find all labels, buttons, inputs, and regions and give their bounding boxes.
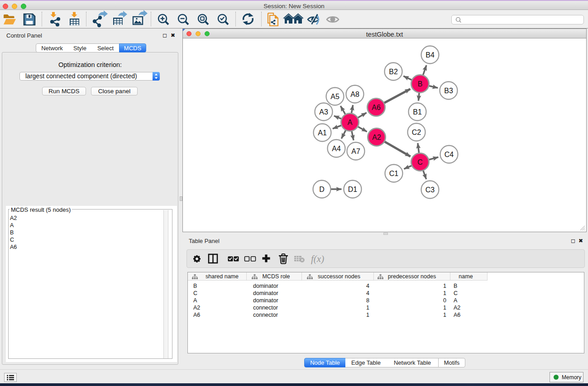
svg-text:C2: C2 — [412, 129, 421, 136]
svg-text:C4: C4 — [445, 151, 454, 158]
svg-text:B2: B2 — [389, 68, 398, 76]
svg-text:C: C — [417, 158, 423, 166]
svg-text:A4: A4 — [332, 145, 341, 152]
svg-text:B1: B1 — [413, 108, 422, 116]
svg-text:A8: A8 — [350, 91, 359, 98]
svg-text:B3: B3 — [444, 87, 453, 95]
svg-text:A7: A7 — [351, 148, 360, 155]
svg-text:A2: A2 — [372, 133, 381, 141]
svg-text:B4: B4 — [425, 51, 435, 59]
svg-text:D1: D1 — [348, 186, 358, 193]
svg-text:A: A — [348, 119, 353, 126]
svg-text:C1: C1 — [389, 170, 399, 177]
svg-text:A5: A5 — [330, 93, 339, 100]
svg-text:A3: A3 — [319, 108, 328, 116]
svg-text:C3: C3 — [425, 186, 435, 194]
svg-text:A6: A6 — [372, 104, 381, 111]
svg-text:B: B — [418, 80, 423, 88]
svg-text:D: D — [319, 186, 325, 193]
svg-text:f(x): f(x) — [311, 253, 324, 264]
svg-text:A1: A1 — [318, 129, 327, 137]
